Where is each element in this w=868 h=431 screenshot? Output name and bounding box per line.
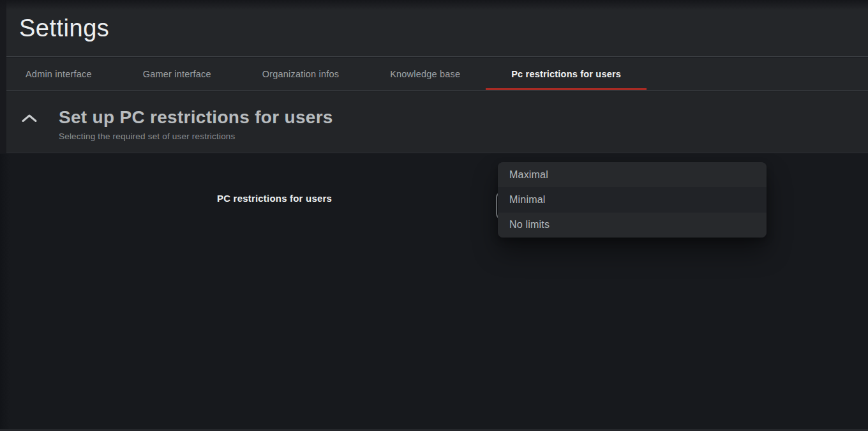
tab-label: Knowledge base [390, 69, 460, 79]
dropdown-option-label: No limits [509, 219, 550, 231]
section-content: PC restrictions for users Maximal Minima… [0, 154, 868, 431]
tab-label: Organization infos [262, 69, 339, 79]
tab-organization-infos[interactable]: Organization infos [237, 57, 364, 90]
settings-tab-bar: Admin interface Gamer interface Organiza… [0, 57, 868, 91]
section-text: Set up PC restrictions for users Selecti… [59, 108, 333, 141]
tab-knowledge-base[interactable]: Knowledge base [364, 57, 486, 90]
left-edge-strip [0, 0, 6, 153]
tab-gamer-interface[interactable]: Gamer interface [117, 57, 237, 90]
dropdown-option-maximal[interactable]: Maximal [498, 162, 767, 187]
tab-label: Admin interface [26, 69, 92, 79]
pc-restrictions-dropdown-menu: Maximal Minimal No limits [498, 162, 767, 238]
dropdown-option-minimal[interactable]: Minimal [498, 187, 767, 212]
pc-restrictions-field-label: PC restrictions for users [217, 193, 332, 204]
page-header: Settings [0, 0, 868, 57]
dropdown-option-no-limits[interactable]: No limits [498, 213, 767, 238]
collapse-section-button[interactable] [21, 113, 38, 123]
dropdown-option-label: Maximal [509, 169, 548, 181]
page-title: Settings [19, 15, 109, 42]
tab-label: Pc restrictions for users [511, 69, 621, 79]
tab-pc-restrictions-for-users[interactable]: Pc restrictions for users [486, 57, 647, 90]
section-title: Set up PC restrictions for users [59, 108, 333, 128]
tab-label: Gamer interface [143, 69, 211, 79]
section-subtitle: Selecting the required set of user restr… [59, 132, 333, 141]
settings-page: Settings Admin interface Gamer interface… [0, 0, 868, 431]
dropdown-option-label: Minimal [509, 194, 546, 206]
section-header: Set up PC restrictions for users Selecti… [0, 91, 868, 153]
chevron-up-icon [21, 116, 38, 125]
tab-admin-interface[interactable]: Admin interface [0, 57, 117, 90]
